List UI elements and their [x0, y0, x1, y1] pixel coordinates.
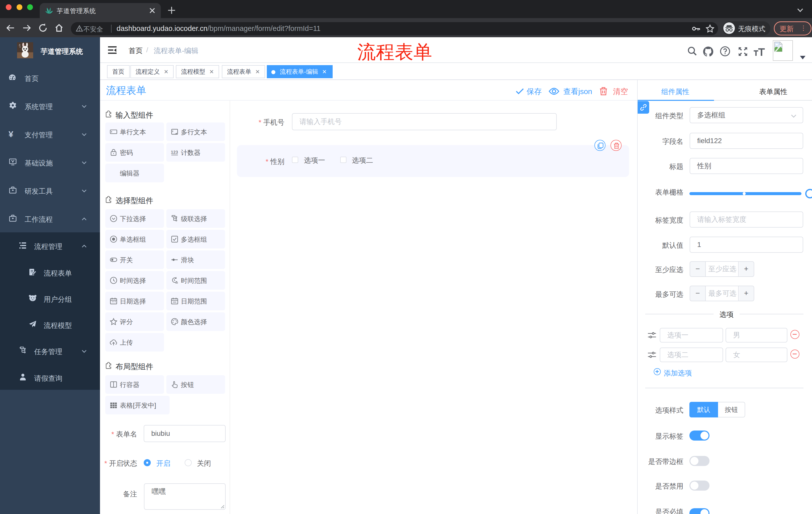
svg-text:123: 123	[171, 150, 178, 155]
